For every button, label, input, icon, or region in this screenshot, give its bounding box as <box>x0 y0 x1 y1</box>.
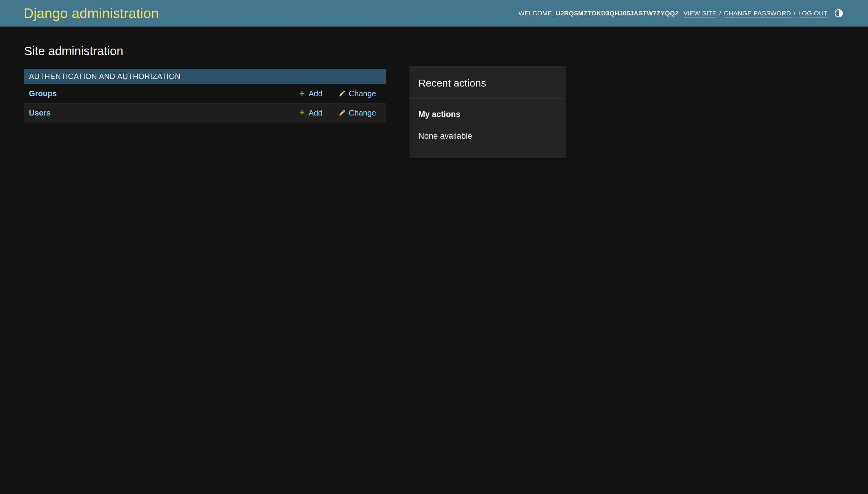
add-icon <box>298 109 306 117</box>
change-label: Change <box>349 108 376 118</box>
separator: / <box>719 10 721 17</box>
empty-message: None available <box>418 131 557 141</box>
recent-actions-panel: Recent actions My actions None available <box>409 66 566 158</box>
my-actions-title: My actions <box>418 110 557 119</box>
add-label: Add <box>309 108 322 118</box>
contrast-icon <box>834 9 843 18</box>
user-tools: WELCOME, U2RQSMZTOKD3QHJ05JASTW7ZYQQ2. V… <box>518 9 843 18</box>
content-columns: AUTHENTICATION AND AUTHORIZATION Groups … <box>24 69 844 158</box>
table-row-groups: Groups Add Change <box>24 84 386 103</box>
welcome-prefix: WELCOME, <box>518 10 554 17</box>
model-link-groups[interactable]: Groups <box>29 89 298 98</box>
table-row-users: Users Add Change <box>24 103 386 122</box>
recent-actions-header: Recent actions <box>409 66 566 99</box>
recent-actions-title: Recent actions <box>418 77 557 89</box>
add-groups-link[interactable]: Add <box>298 89 322 98</box>
model-link-users[interactable]: Users <box>29 108 298 118</box>
django-admin-page: Django administration WELCOME, U2RQSMZTO… <box>0 0 868 158</box>
theme-toggle-button[interactable] <box>834 9 843 18</box>
change-icon <box>338 109 346 117</box>
change-users-link[interactable]: Change <box>338 108 376 118</box>
welcome-period: . <box>679 10 680 17</box>
app-module-auth: AUTHENTICATION AND AUTHORIZATION Groups … <box>24 69 386 122</box>
change-label: Change <box>349 89 376 98</box>
change-icon <box>338 90 346 97</box>
page-title: Site administration <box>24 26 844 58</box>
recent-actions-body: My actions None available <box>409 99 566 158</box>
header: Django administration WELCOME, U2RQSMZTO… <box>0 0 868 26</box>
change-password-link[interactable]: CHANGE PASSWORD <box>724 10 791 17</box>
add-label: Add <box>309 89 322 98</box>
separator: / <box>793 10 795 17</box>
add-users-link[interactable]: Add <box>298 108 322 118</box>
app-caption-link[interactable]: AUTHENTICATION AND AUTHORIZATION <box>24 69 386 84</box>
view-site-link[interactable]: VIEW SITE <box>684 10 717 17</box>
change-groups-link[interactable]: Change <box>338 89 376 98</box>
username: U2RQSMZTOKD3QHJ05JASTW7ZYQQ2 <box>556 10 679 17</box>
welcome-text: WELCOME, U2RQSMZTOKD3QHJ05JASTW7ZYQQ2. <box>518 10 680 17</box>
content: Site administration AUTHENTICATION AND A… <box>0 26 868 158</box>
add-icon <box>298 90 306 97</box>
log-out-link[interactable]: LOG OUT <box>798 10 828 17</box>
site-name-link[interactable]: Django administration <box>23 5 159 21</box>
